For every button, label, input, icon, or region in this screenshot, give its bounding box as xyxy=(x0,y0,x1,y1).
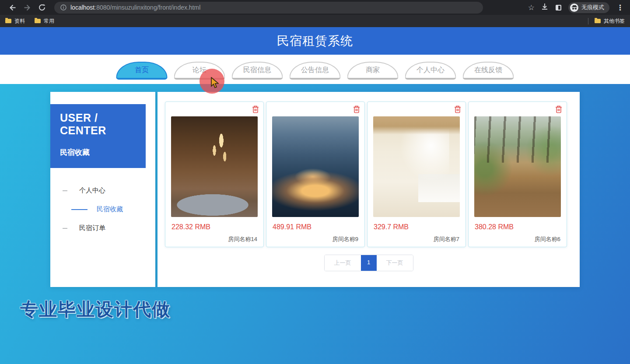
room-price: 228.32 RMB xyxy=(172,223,210,231)
bookmark-folder-1[interactable]: 资料 xyxy=(5,18,25,25)
browser-menu-icon[interactable]: ⋮ xyxy=(616,3,624,12)
dash-icon xyxy=(63,190,67,191)
folder-icon xyxy=(595,19,601,23)
tab-homestay-info[interactable]: 民宿信息 xyxy=(232,62,283,80)
content-area: USER / CENTER 民宿收藏 个人中心 民宿收藏 民宿订单 xyxy=(0,84,630,364)
room-name[interactable]: 房间名称14 xyxy=(228,235,257,243)
page-title: 民宿租赁系统 xyxy=(277,33,353,49)
site-header: 民宿租赁系统 xyxy=(0,27,630,55)
room-card[interactable]: 228.32 RMB 房间名称14 xyxy=(165,102,264,247)
room-name[interactable]: 房间名称9 xyxy=(332,235,358,243)
incognito-badge: 无痕模式 xyxy=(568,2,609,13)
square-icon[interactable] xyxy=(556,5,561,10)
prev-page-button[interactable]: 上一页 xyxy=(325,255,361,271)
user-center-title: USER / CENTER xyxy=(60,112,141,137)
screen: localhost:8080/minsuzulinxitong/front/in… xyxy=(0,0,630,364)
incognito-label: 无痕模式 xyxy=(581,4,604,11)
room-price: 489.91 RMB xyxy=(273,223,312,231)
user-center-subtitle: 民宿收藏 xyxy=(60,147,141,158)
sidebar-item-label: 民宿收藏 xyxy=(97,205,123,214)
sidebar-item-label: 民宿订单 xyxy=(79,224,105,232)
folder-icon xyxy=(5,19,11,23)
next-page-button[interactable]: 下一页 xyxy=(377,255,413,271)
incognito-icon xyxy=(570,4,578,12)
bookmark-star-icon[interactable]: ☆ xyxy=(528,3,535,12)
room-price: 380.28 RMB xyxy=(475,223,514,231)
url-text: localhost:8080/minsuzulinxitong/front/in… xyxy=(70,4,200,11)
tab-personal-center[interactable]: 个人中心 xyxy=(405,62,456,80)
sidebar: USER / CENTER 民宿收藏 个人中心 民宿收藏 民宿订单 xyxy=(50,92,155,287)
delete-trash-icon[interactable] xyxy=(252,105,259,115)
address-bar[interactable]: localhost:8080/minsuzulinxitong/front/in… xyxy=(54,2,483,14)
pagination: 上一页 1 下一页 xyxy=(324,255,413,271)
bookmark-label: 资料 xyxy=(14,18,25,25)
delete-trash-icon[interactable] xyxy=(353,105,360,115)
separator xyxy=(588,18,588,24)
room-photo[interactable] xyxy=(272,116,359,217)
mouse-cursor-icon xyxy=(209,77,220,91)
room-name[interactable]: 房间名称6 xyxy=(535,235,560,243)
nav-tabs: 首页 论坛 民宿信息 公告信息 商家 个人中心 在线反馈 xyxy=(116,62,514,80)
current-page-button[interactable]: 1 xyxy=(361,255,377,271)
tab-merchants[interactable]: 商家 xyxy=(347,62,399,80)
info-icon[interactable] xyxy=(60,4,66,10)
back-icon[interactable] xyxy=(6,1,18,14)
url-host: localhost xyxy=(70,4,94,11)
room-card[interactable]: 329.7 RMB 房间名称7 xyxy=(367,102,466,247)
download-icon[interactable] xyxy=(541,3,549,12)
delete-trash-icon[interactable] xyxy=(555,105,562,115)
folder-icon xyxy=(35,19,41,23)
user-center-panel: USER / CENTER 民宿收藏 xyxy=(50,104,146,168)
forward-icon[interactable] xyxy=(21,1,33,14)
bookmark-label: 常用 xyxy=(44,18,54,25)
room-photo[interactable] xyxy=(373,116,460,217)
delete-trash-icon[interactable] xyxy=(454,105,461,115)
reload-icon[interactable] xyxy=(36,1,48,14)
sidebar-item-homestay-favorites[interactable]: 民宿收藏 xyxy=(50,200,155,219)
sidebar-item-personal-center[interactable]: 个人中心 xyxy=(50,181,155,200)
room-card[interactable]: 489.91 RMB 房间名称9 xyxy=(266,102,365,247)
sidebar-menu: 个人中心 民宿收藏 民宿订单 xyxy=(50,181,155,238)
bookmark-folder-2[interactable]: 常用 xyxy=(35,18,54,25)
bookmarks-bar: 资料 常用 其他书签 xyxy=(0,15,630,27)
other-bookmarks[interactable]: 其他书签 xyxy=(588,18,625,25)
dash-icon xyxy=(71,209,88,210)
room-card[interactable]: 380.28 RMB 房间名称6 xyxy=(468,102,567,247)
dash-icon xyxy=(63,228,67,229)
room-name[interactable]: 房间名称7 xyxy=(434,235,459,243)
main-panel: 228.32 RMB 房间名称14 489.91 RMB 房间名称9 xyxy=(158,92,580,287)
tab-home[interactable]: 首页 xyxy=(116,62,168,80)
room-photo[interactable] xyxy=(171,116,258,217)
nav-tabbar: 首页 论坛 民宿信息 公告信息 商家 个人中心 在线反馈 xyxy=(0,55,630,84)
tab-announcements[interactable]: 公告信息 xyxy=(290,62,341,80)
url-path: :8080/minsuzulinxitong/front/index.html xyxy=(94,4,200,11)
toolbar-right: ☆ 无痕模式 ⋮ xyxy=(524,2,624,13)
tab-feedback[interactable]: 在线反馈 xyxy=(463,62,514,80)
browser-toolbar: localhost:8080/minsuzulinxitong/front/in… xyxy=(0,0,630,15)
other-bookmarks-label: 其他书签 xyxy=(604,18,625,25)
room-photo[interactable] xyxy=(474,116,561,217)
watermark-text: 专业毕业设计代做 xyxy=(20,298,171,322)
sidebar-item-homestay-orders[interactable]: 民宿订单 xyxy=(50,219,155,238)
room-price: 329.7 RMB xyxy=(374,223,409,231)
sidebar-item-label: 个人中心 xyxy=(79,186,105,195)
favorites-card-list: 228.32 RMB 房间名称14 489.91 RMB 房间名称9 xyxy=(165,102,567,247)
